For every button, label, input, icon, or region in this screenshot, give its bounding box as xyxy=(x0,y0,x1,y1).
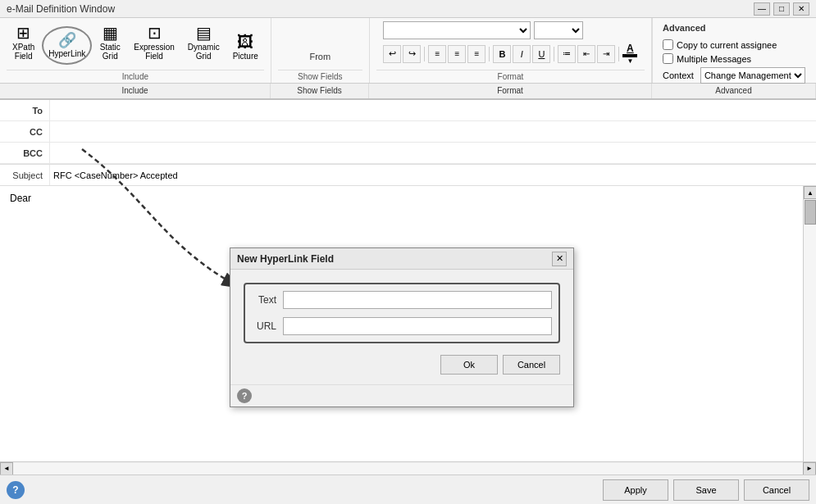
dialog-close-button[interactable]: ✕ xyxy=(552,252,567,266)
expression-field-icon: ⊡ xyxy=(148,25,162,41)
maximize-button[interactable]: □ xyxy=(773,2,790,16)
color-picker[interactable]: A ▼ xyxy=(622,43,637,65)
align-center-button[interactable]: ≡ xyxy=(448,45,466,63)
hyperlink-button[interactable]: 🔗 HyperLink xyxy=(42,26,92,65)
static-grid-icon: ▦ xyxy=(103,25,118,41)
text-field-row: Text xyxy=(252,291,552,309)
format-label: Format xyxy=(376,70,645,83)
picture-icon: 🖼 xyxy=(237,34,253,50)
separator3 xyxy=(554,47,554,61)
copy-to-assignee-label: Copy to current assignee xyxy=(677,40,777,50)
italic-button[interactable]: I xyxy=(513,45,531,63)
dynamic-grid-button[interactable]: ▤ DynamicGrid xyxy=(182,20,226,65)
format-row2: ↩ ↪ ≡ ≡ ≡ B I U ≔ ⇤ ⇥ A ▼ xyxy=(383,43,637,65)
expression-field-label: ExpressionField xyxy=(134,43,174,61)
font-family-select[interactable] xyxy=(383,21,531,39)
main-content: To CC BCC Subject Dear ▲ ▼ ◄ xyxy=(0,100,816,504)
format-section-label: Format xyxy=(369,84,652,98)
dialog-buttons: Ok Cancel xyxy=(244,352,560,378)
dialog-title-bar: New HyperLink Field ✕ xyxy=(230,248,573,270)
separator1 xyxy=(424,47,425,61)
ribbon-format-section: ↩ ↪ ≡ ≡ ≡ B I U ≔ ⇤ ⇥ A ▼ xyxy=(370,18,652,83)
color-letter: A xyxy=(627,43,634,54)
include-buttons: ⊞ XPathField 🔗 HyperLink ▦ StaticGrid ⊡ … xyxy=(7,20,264,68)
color-dropdown-icon[interactable]: ▼ xyxy=(627,57,633,65)
minimize-button[interactable]: — xyxy=(754,2,770,16)
window-title: e-Mail Definition Window xyxy=(7,3,115,15)
dialog-help-icon[interactable]: ? xyxy=(237,388,252,403)
text-label: Text xyxy=(252,294,276,306)
text-input[interactable] xyxy=(283,291,552,309)
include-label: Include xyxy=(7,70,264,83)
dialog-ok-button[interactable]: Ok xyxy=(440,355,498,375)
multiple-messages-label: Multiple Messages xyxy=(677,54,751,64)
close-button[interactable]: ✕ xyxy=(793,2,809,16)
include-section-label: Include xyxy=(0,84,271,98)
dynamic-grid-icon: ▤ xyxy=(196,25,212,41)
url-input[interactable] xyxy=(283,317,552,335)
align-left-button[interactable]: ≡ xyxy=(428,45,446,63)
dynamic-grid-label: DynamicGrid xyxy=(188,43,220,61)
copy-to-assignee-row: Copy to current assignee xyxy=(663,39,806,50)
font-size-select[interactable] xyxy=(534,21,583,39)
section-labels-row: Include Show Fields Format Advanced xyxy=(0,84,816,100)
ribbon-advanced-section: Advanced Copy to current assignee Multip… xyxy=(652,18,816,83)
redo-button[interactable]: ↪ xyxy=(403,45,421,63)
separator2 xyxy=(489,47,490,61)
ribbon-include-section: ⊞ XPathField 🔗 HyperLink ▦ StaticGrid ⊡ … xyxy=(0,18,271,83)
advanced-section-label: Advanced xyxy=(652,84,816,98)
url-field-row: URL xyxy=(252,317,552,335)
hyperlink-label: HyperLink xyxy=(48,49,85,58)
context-label: Context xyxy=(663,70,694,80)
indent-decrease-button[interactable]: ⇤ xyxy=(577,45,595,63)
window-controls: — □ ✕ xyxy=(754,2,809,16)
dialog-body: Text URL Ok Cancel xyxy=(230,270,573,384)
undo-button[interactable]: ↩ xyxy=(383,45,401,63)
format-area: ↩ ↪ ≡ ≡ ≡ B I U ≔ ⇤ ⇥ A ▼ xyxy=(376,18,644,68)
dialog-footer: ? xyxy=(230,384,573,406)
underline-button[interactable]: U xyxy=(532,45,550,63)
show-fields-section-label: Show Fields xyxy=(271,84,369,98)
from-label: From xyxy=(309,52,331,61)
show-fields-label: Show Fields xyxy=(278,70,362,83)
xpath-field-label: XPathField xyxy=(12,43,34,61)
xpath-field-icon: ⊞ xyxy=(16,25,30,41)
list-button[interactable]: ≔ xyxy=(558,45,576,63)
advanced-label: Advanced xyxy=(663,23,806,33)
picture-label: Picture xyxy=(233,52,258,61)
expression-field-button[interactable]: ⊡ ExpressionField xyxy=(128,20,180,65)
multiple-messages-checkbox[interactable] xyxy=(663,53,673,64)
hyperlink-dialog: New HyperLink Field ✕ Text URL Ok Can xyxy=(230,247,574,407)
url-label: URL xyxy=(252,320,276,332)
xpath-field-button[interactable]: ⊞ XPathField xyxy=(7,20,40,65)
multiple-messages-row: Multiple Messages xyxy=(663,53,806,64)
ribbon-show-fields-section: From Show Fields xyxy=(271,18,370,83)
hyperlink-icon: 🔗 xyxy=(58,33,76,48)
copy-to-assignee-checkbox[interactable] xyxy=(663,39,673,50)
title-bar: e-Mail Definition Window — □ ✕ xyxy=(0,0,816,18)
dialog-cancel-button[interactable]: Cancel xyxy=(503,355,560,375)
static-grid-label: StaticGrid xyxy=(100,43,121,61)
format-row1 xyxy=(383,21,637,39)
ribbon: ⊞ XPathField 🔗 HyperLink ▦ StaticGrid ⊡ … xyxy=(0,18,816,84)
picture-button[interactable]: 🖼 Picture xyxy=(227,30,264,65)
indent-increase-button[interactable]: ⇥ xyxy=(597,45,615,63)
context-row: Context Change Management xyxy=(663,67,806,84)
dialog-title: New HyperLink Field xyxy=(237,253,334,265)
dialog-overlay: New HyperLink Field ✕ Text URL Ok Can xyxy=(0,100,816,504)
align-right-button[interactable]: ≡ xyxy=(467,45,485,63)
context-select[interactable]: Change Management xyxy=(700,67,805,84)
static-grid-button[interactable]: ▦ StaticGrid xyxy=(93,20,126,65)
bold-button[interactable]: B xyxy=(493,45,511,63)
separator4 xyxy=(618,47,619,61)
dialog-fields-box: Text URL xyxy=(244,283,560,343)
